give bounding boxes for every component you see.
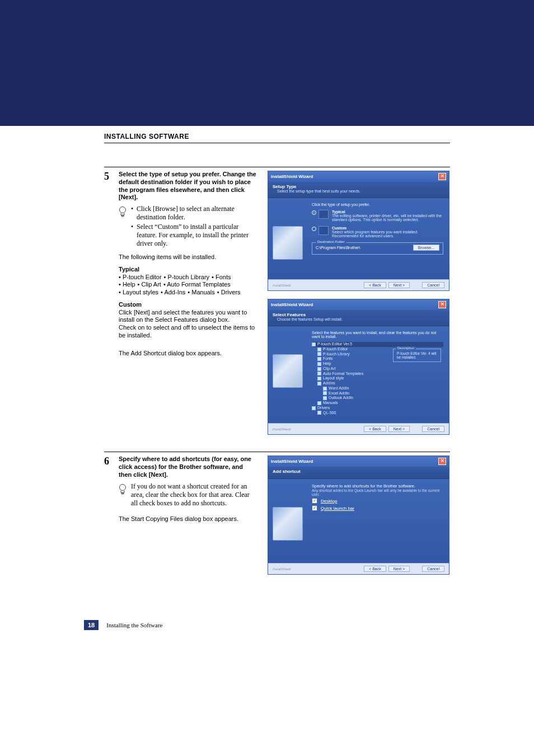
footer-label: Installing the Software — [106, 622, 162, 628]
checkbox-label: Quick launch bar — [321, 506, 354, 511]
shortcut-option-desktop[interactable]: ✓ Desktop — [312, 498, 443, 504]
tree-node-label: P-touch Library — [323, 352, 349, 357]
browse-button[interactable]: Browse... — [413, 245, 439, 251]
prompt-sub: Any shortcut added to the Quick Launch b… — [312, 489, 443, 496]
tree-node[interactable]: QL-500 — [312, 411, 443, 416]
cancel-button[interactable]: Cancel — [422, 566, 444, 572]
checkbox-icon — [312, 406, 316, 410]
checkbox-on-icon: ✓ — [312, 505, 317, 511]
shortcut-option-quicklaunch[interactable]: ✓ Quick launch bar — [312, 505, 443, 511]
radio-on-icon — [312, 210, 316, 215]
wizard-footer: InstallShield < Back Next > Cancel — [268, 279, 449, 290]
tree-node[interactable]: P-touch Editor Ver.5 — [312, 342, 443, 347]
tip-line: Select “Custom” to install a particular … — [137, 223, 257, 248]
feature-list: • P-touch Editor• P-touch Library• Fonts… — [119, 274, 257, 297]
feature-item: • Layout styles — [119, 289, 158, 297]
checkbox-label: Desktop — [321, 499, 337, 504]
tree-node-label: P-touch Editor — [323, 347, 348, 352]
section-title: INSTALLING SOFTWARE — [104, 133, 450, 143]
tree-node-label: QL-500 — [323, 411, 336, 416]
checkbox-on-icon: ✓ — [312, 498, 317, 504]
tree-node[interactable]: Word AddIn — [312, 386, 443, 391]
wizard-header-title: Setup Type — [273, 184, 444, 189]
checkbox-icon — [323, 396, 327, 400]
svg-point-0 — [120, 207, 126, 213]
brand-label: InstallShield — [273, 284, 291, 287]
tree-node-label: Manuals — [323, 401, 338, 406]
screenshot-column: InstallShield Wizard ✕ Setup Type Select… — [268, 171, 449, 435]
checkbox-icon — [317, 382, 321, 386]
wizard-body: Specify where to add shortcuts for the B… — [268, 479, 449, 563]
custom-heading: Custom — [119, 301, 257, 309]
tree-node[interactable]: Clip Art — [312, 367, 443, 372]
wizard-add-shortcut: InstallShield Wizard ✕ Add shortcut Spec… — [268, 456, 449, 575]
setup-option-typical[interactable]: TypicalThe editing software, printer dri… — [312, 210, 443, 222]
feature-item: • Clip Art — [138, 281, 161, 289]
feature-item: • Auto Format Templates — [163, 281, 231, 289]
description-text: P-touch Editor Ver. 4 will be installed. — [397, 351, 436, 359]
back-button[interactable]: < Back — [364, 426, 386, 432]
back-button[interactable]: < Back — [364, 566, 386, 572]
body-paragraph: The following items will be installed. — [119, 253, 257, 261]
close-icon[interactable]: ✕ — [438, 173, 446, 180]
fieldset-legend: Destination Folder — [316, 240, 346, 243]
cancel-button[interactable]: Cancel — [422, 426, 444, 432]
checkbox-icon — [317, 352, 321, 356]
tree-node[interactable]: Layout style — [312, 376, 443, 381]
tree-node[interactable]: Help — [312, 361, 443, 367]
checkbox-icon — [317, 348, 321, 351]
checkbox-icon — [317, 362, 321, 366]
svg-point-3 — [120, 484, 126, 490]
typical-heading: Typical — [119, 266, 257, 274]
wizard-footer: InstallShield < Back Next > Cancel — [268, 563, 449, 574]
wizard-header-title: Select Features — [273, 312, 444, 317]
feature-item: • Manuals — [188, 289, 215, 297]
tree-node[interactable]: Drivers — [312, 406, 443, 411]
close-icon[interactable]: ✕ — [438, 301, 446, 308]
setup-option-custom[interactable]: CustomSelect which program features you … — [312, 226, 443, 238]
back-button[interactable]: < Back — [364, 282, 386, 288]
next-button[interactable]: Next > — [388, 566, 410, 572]
step-body: Specify where to add shortcuts (for easy… — [119, 456, 257, 575]
tree-node-label: AddIns — [323, 381, 335, 386]
tree-node[interactable]: Outlook AddIn — [312, 396, 443, 401]
checkbox-icon — [312, 342, 316, 346]
tree-node-label: Fonts — [323, 356, 333, 361]
option-desc: The editing software, printer driver, et… — [332, 214, 442, 222]
next-button[interactable]: Next > — [388, 282, 410, 288]
tree-node-label: Help — [323, 361, 331, 367]
tip-text: •Click [Browse] to select an alternate d… — [131, 205, 257, 249]
feature-line: • P-touch Editor• P-touch Library• Fonts — [119, 274, 257, 281]
tree-node[interactable]: AddIns — [312, 381, 443, 386]
tip-line: Click [Browse] to select an alternate de… — [137, 205, 257, 222]
titlebar: InstallShield Wizard ✕ — [268, 299, 449, 310]
feature-item: • Help — [119, 281, 135, 289]
tip-block: •Click [Browse] to select an alternate d… — [119, 205, 257, 249]
tree-node[interactable]: Excel AddIn — [312, 391, 443, 396]
tree-node[interactable]: Auto Format Templates — [312, 372, 443, 377]
tree-node-label: Layout style — [323, 376, 344, 381]
wizard-prompt: Select the features you want to install,… — [312, 331, 443, 339]
feature-item: • P-touch Editor — [119, 274, 162, 281]
option-title: Typical — [332, 210, 345, 214]
page-footer: 18 Installing the Software — [84, 620, 162, 630]
destination-folder-box: Destination Folder C:\Program Files\Brot… — [312, 242, 443, 255]
checkbox-icon — [317, 411, 321, 415]
cancel-button[interactable]: Cancel — [422, 282, 444, 288]
window-title: InstallShield Wizard — [271, 459, 313, 464]
brand-label: InstallShield — [273, 428, 291, 431]
wizard-side-graphic — [273, 226, 303, 260]
tree-node-label: P-touch Editor Ver.5 — [317, 342, 352, 347]
close-icon[interactable]: ✕ — [438, 458, 446, 465]
checkbox-icon — [323, 387, 327, 391]
radio-off-icon — [312, 227, 316, 231]
next-button[interactable]: Next > — [388, 426, 410, 432]
tree-node[interactable]: Manuals — [312, 401, 443, 406]
wizard-side-graphic — [273, 507, 303, 541]
tip-block: If you do not want a shortcut created fo… — [119, 482, 257, 508]
prompt-main: Specify where to add shortcuts for the B… — [312, 483, 415, 489]
checkbox-icon — [317, 357, 321, 361]
feature-item: • Fonts — [212, 274, 231, 281]
wizard-header: Select Features Choose the features Setu… — [268, 310, 449, 326]
top-color-band — [0, 0, 534, 126]
